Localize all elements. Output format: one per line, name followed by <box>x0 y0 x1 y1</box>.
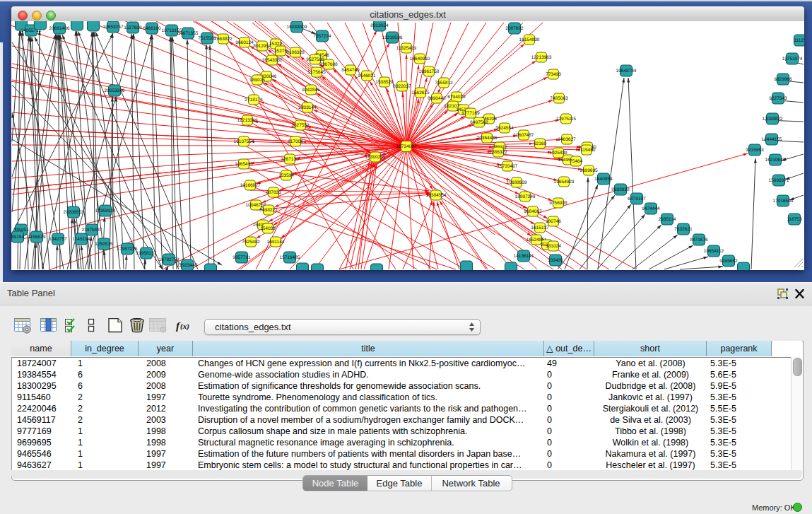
svg-text:7663822: 7663822 <box>214 37 233 42</box>
svg-text:12444155: 12444155 <box>762 137 782 142</box>
svg-text:7886322: 7886322 <box>489 150 507 155</box>
svg-text:6794028: 6794028 <box>447 95 466 100</box>
svg-text:12093822: 12093822 <box>763 117 783 122</box>
svg-text:17016504: 17016504 <box>773 199 794 204</box>
svg-text:8322037: 8322037 <box>393 84 411 89</box>
svg-text:9756928: 9756928 <box>549 201 567 206</box>
svg-text:1615137: 1615137 <box>531 226 549 230</box>
svg-text:6497568: 6497568 <box>470 120 488 125</box>
svg-text:8990448: 8990448 <box>428 96 446 101</box>
svg-text:3267130: 3267130 <box>281 157 299 162</box>
svg-text:17359924: 17359924 <box>95 209 116 214</box>
svg-text:7357224: 7357224 <box>313 34 331 39</box>
svg-text:9329966: 9329966 <box>774 77 792 82</box>
svg-text:10653257: 10653257 <box>103 25 124 30</box>
svg-text:10648784: 10648784 <box>616 69 637 74</box>
svg-text:(x): (x) <box>180 322 189 331</box>
svg-text:9227343: 9227343 <box>769 96 787 101</box>
svg-text:7955812: 7955812 <box>435 81 453 86</box>
svg-text:2367608: 2367608 <box>319 62 338 67</box>
svg-text:9699695: 9699695 <box>579 168 598 173</box>
svg-text:15751074: 15751074 <box>782 57 803 62</box>
svg-text:1965493: 1965493 <box>235 162 253 167</box>
svg-text:9857791: 9857791 <box>233 255 251 260</box>
svg-text:16210643: 16210643 <box>765 158 786 163</box>
svg-text:9777169: 9777169 <box>461 111 480 116</box>
svg-text:9527508: 9527508 <box>306 57 324 62</box>
svg-text:8938928: 8938928 <box>611 187 630 192</box>
svg-text:1691144: 1691144 <box>267 240 285 245</box>
svg-text:75464: 75464 <box>570 159 582 164</box>
svg-text:16154838: 16154838 <box>519 37 540 42</box>
svg-text:16033809: 16033809 <box>287 25 307 30</box>
svg-text:11125: 11125 <box>794 38 804 43</box>
svg-text:20691406: 20691406 <box>49 26 70 31</box>
svg-text:8813054: 8813054 <box>370 23 389 28</box>
svg-text:181024: 181024 <box>546 244 561 249</box>
svg-text:19384554: 19384554 <box>426 193 447 198</box>
svg-text:8471676: 8471676 <box>690 238 708 243</box>
svg-text:116753: 116753 <box>787 217 802 222</box>
svg-text:1640954: 1640954 <box>594 177 613 182</box>
svg-text:9146821: 9146821 <box>358 74 376 78</box>
svg-text:9115460: 9115460 <box>578 148 596 153</box>
svg-text:23975887: 23975887 <box>82 228 102 233</box>
svg-text:9084067: 9084067 <box>524 209 542 214</box>
svg-text:6879197: 6879197 <box>628 197 646 201</box>
svg-text:12213963: 12213963 <box>531 55 552 60</box>
svg-text:62160: 62160 <box>534 141 546 146</box>
svg-text:5175645: 5175645 <box>307 70 326 75</box>
svg-text:6466160: 6466160 <box>143 26 161 31</box>
svg-text:12923448: 12923448 <box>177 263 198 268</box>
svg-text:1250515: 1250515 <box>95 242 113 247</box>
svg-text:10654112: 10654112 <box>704 249 724 254</box>
svg-text:1527602: 1527602 <box>124 25 142 30</box>
svg-text:16640910: 16640910 <box>410 57 430 62</box>
svg-text:2087682: 2087682 <box>505 26 524 31</box>
svg-text:3624554: 3624554 <box>495 126 514 131</box>
svg-text:19654923: 19654923 <box>554 180 575 185</box>
svg-text:3215953: 3215953 <box>746 148 764 153</box>
svg-text:18724007: 18724007 <box>396 144 417 149</box>
svg-text:887833: 887833 <box>266 190 281 195</box>
svg-text:15720407: 15720407 <box>498 164 518 169</box>
svg-text:7632621: 7632621 <box>674 227 693 232</box>
svg-text:17957225: 17957225 <box>117 247 138 252</box>
svg-text:989015: 989015 <box>249 78 265 83</box>
svg-text:9474444: 9474444 <box>642 206 660 211</box>
svg-text:8498222: 8498222 <box>259 208 278 213</box>
svg-text:180746: 180746 <box>546 219 561 224</box>
svg-text:16782759: 16782759 <box>159 257 180 262</box>
svg-text:20364436: 20364436 <box>477 136 498 141</box>
svg-text:16543382: 16543382 <box>262 58 283 63</box>
svg-text:1562615: 1562615 <box>411 90 430 95</box>
svg-text:18807249: 18807249 <box>515 194 536 199</box>
svg-text:817006: 817006 <box>288 139 303 144</box>
svg-text:14136141: 14136141 <box>514 254 534 259</box>
svg-text:8186328: 8186328 <box>286 50 305 55</box>
svg-text:1538520: 1538520 <box>375 80 394 85</box>
svg-text:10607487: 10607487 <box>514 133 534 138</box>
svg-text:9463627: 9463627 <box>558 137 576 142</box>
svg-text:9245652: 9245652 <box>719 259 738 264</box>
svg-text:19958137: 19958137 <box>136 251 157 256</box>
svg-text:15692971: 15692971 <box>769 178 789 183</box>
svg-text:12975115: 12975115 <box>556 117 577 122</box>
svg-text:18300295: 18300295 <box>365 155 386 160</box>
svg-text:20206553: 20206553 <box>64 210 84 215</box>
svg-text:39154: 39154 <box>11 235 24 240</box>
svg-text:7625402: 7625402 <box>242 240 260 245</box>
svg-text:2935114: 2935114 <box>659 217 676 222</box>
svg-text:20053346: 20053346 <box>105 88 125 93</box>
svg-text:19218596: 19218596 <box>382 35 403 40</box>
svg-text:19166827: 19166827 <box>240 183 261 188</box>
svg-text:9242845: 9242845 <box>302 88 320 93</box>
svg-text:2718176: 2718176 <box>245 98 263 103</box>
svg-text:1145194: 1145194 <box>73 237 90 242</box>
svg-text:10688609: 10688609 <box>507 180 527 185</box>
svg-text:8454749: 8454749 <box>341 68 360 73</box>
svg-text:773493: 773493 <box>546 72 561 77</box>
svg-text:16961758: 16961758 <box>419 69 440 74</box>
svg-text:1156829: 1156829 <box>28 235 46 240</box>
svg-text:154039: 154039 <box>260 226 276 231</box>
